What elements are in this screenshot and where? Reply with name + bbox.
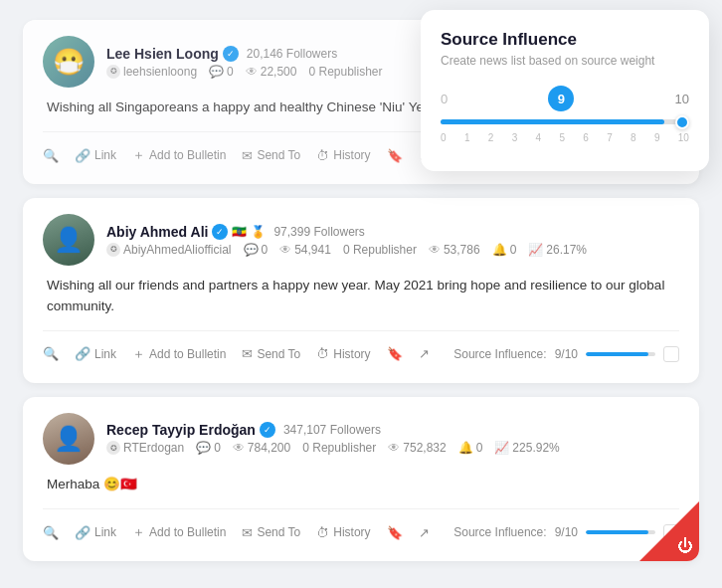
- user-name-abiy: Abiy Ahmed Ali: [106, 224, 208, 240]
- handle-icon-abiy: ✪: [106, 243, 120, 257]
- send-btn-lee[interactable]: ✉ Send To: [242, 144, 300, 167]
- republisher-recep: 0 Republisher: [302, 441, 376, 455]
- slider-min-label: 0: [441, 92, 448, 106]
- card-text-recep: Merhaba 😊🇹🇷: [43, 475, 679, 494]
- history-icon-abiy: ⏱: [316, 346, 329, 361]
- send-btn-recep[interactable]: ✉ Send To: [242, 521, 300, 544]
- history-btn-lee[interactable]: ⏱ History: [316, 144, 370, 167]
- stat-views-recep: 👁 784,200: [233, 441, 290, 455]
- handle-icon-recep: ✪: [106, 441, 120, 455]
- bulletin-icon-lee: ＋: [132, 146, 145, 164]
- influence-bar-abiy: [586, 352, 655, 356]
- verified-icon-abiy: ✓: [212, 224, 228, 240]
- bulletin-icon-recep: ＋: [132, 523, 145, 541]
- slider-ticks: 0 1 2 3 4 5 6 7 8 9 10: [441, 132, 689, 143]
- search-icon-recep: 🔍: [43, 525, 59, 540]
- republisher-lee: 0 Republisher: [308, 65, 382, 79]
- handle-abiy: ✪ AbiyAhmedAliofficial: [106, 243, 232, 257]
- link-icon-lee: 🔗: [75, 148, 90, 163]
- share-icon-abiy: ↗: [419, 346, 430, 361]
- link-btn-abiy[interactable]: 🔗 Link: [75, 342, 116, 365]
- search-btn-abiy[interactable]: 🔍: [43, 342, 59, 365]
- history-btn-abiy[interactable]: ⏱ History: [316, 342, 370, 365]
- card-actions-recep: 🔍 🔗 Link ＋ Add to Bulletin ✉ Send To ⏱ H…: [43, 508, 679, 545]
- card-header-recep: 👤 Recep Tayyip Erdoğan ✓ 347,107 Followe…: [43, 413, 679, 465]
- avatar-lee: 😷: [43, 36, 94, 88]
- stat-pct-recep: 📈 225.92%: [494, 441, 559, 455]
- bookmark-btn-recep[interactable]: 🔖: [387, 521, 403, 544]
- popup-title: Source Influence: [441, 30, 689, 50]
- power-icon: ⏻: [677, 537, 693, 555]
- source-influence-popup: Source Influence Create news list based …: [421, 10, 709, 171]
- send-icon-lee: ✉: [242, 148, 253, 163]
- link-btn-recep[interactable]: 🔗 Link: [75, 521, 116, 544]
- bulletin-btn-recep[interactable]: ＋ Add to Bulletin: [132, 519, 226, 545]
- search-icon-lee: 🔍: [43, 148, 59, 163]
- handle-row-recep: ✪ RTErdogan 💬 0 👁 784,200 0 Republisher …: [106, 441, 679, 455]
- bulletin-btn-lee[interactable]: ＋ Add to Bulletin: [132, 142, 226, 168]
- card-text-abiy: Wishing all our friends and partners a h…: [43, 276, 679, 316]
- send-btn-abiy[interactable]: ✉ Send To: [242, 342, 300, 365]
- handle-lee: ✪ leehsienloong: [106, 65, 197, 79]
- search-icon-abiy: 🔍: [43, 346, 59, 361]
- card-recep: 👤 Recep Tayyip Erdoğan ✓ 347,107 Followe…: [23, 397, 699, 561]
- link-icon-abiy: 🔗: [75, 346, 90, 361]
- handle-recep: ✪ RTErdogan: [106, 441, 184, 455]
- share-btn-recep[interactable]: ↗: [419, 521, 430, 544]
- stat-views2-recep: 👁 752,832: [388, 441, 446, 455]
- stat-comments-recep: 💬 0: [196, 441, 221, 455]
- stat-extra-recep: 🔔 0: [458, 441, 483, 455]
- followers-recep: 347,107 Followers: [283, 423, 381, 437]
- handle-icon-lee: ✪: [106, 65, 120, 79]
- avatar-recep: 👤: [43, 413, 94, 465]
- corner-badge: ⏻: [639, 501, 699, 561]
- send-icon-recep: ✉: [242, 525, 253, 540]
- history-icon-recep: ⏱: [316, 525, 329, 540]
- stat-pct-abiy: 📈 26.17%: [528, 243, 587, 257]
- source-influence-abiy: Source Influence: 9/10: [453, 346, 679, 362]
- user-name-recep: Recep Tayyip Erdoğan: [106, 422, 256, 438]
- user-info-abiy: Abiy Ahmed Ali ✓ 🇪🇹 🏅 97,399 Followers ✪…: [106, 224, 679, 257]
- verified-icon-recep: ✓: [260, 422, 275, 438]
- avatar-abiy: 👤: [43, 214, 94, 266]
- search-btn-recep[interactable]: 🔍: [43, 521, 59, 544]
- slider-current-label: 9: [548, 86, 574, 111]
- stat-views2-abiy: 👁 53,786: [429, 243, 480, 257]
- bookmark-btn-abiy[interactable]: 🔖: [387, 342, 403, 365]
- medal-abiy: 🏅: [251, 225, 266, 239]
- checkbox-abiy[interactable]: [663, 346, 679, 362]
- link-btn-lee[interactable]: 🔗 Link: [75, 144, 116, 167]
- bookmark-icon-abiy: 🔖: [387, 346, 403, 361]
- slider-track[interactable]: [441, 119, 689, 124]
- slider-thumb[interactable]: [675, 115, 689, 129]
- share-btn-abiy[interactable]: ↗: [419, 342, 430, 365]
- bulletin-btn-abiy[interactable]: ＋ Add to Bulletin: [132, 341, 226, 367]
- history-icon-lee: ⏱: [316, 148, 329, 163]
- stat-comments-abiy: 💬 0: [244, 243, 269, 257]
- followers-abiy: 97,399 Followers: [273, 225, 364, 239]
- name-row-abiy: Abiy Ahmed Ali ✓ 🇪🇹 🏅 97,399 Followers: [106, 224, 679, 240]
- history-btn-recep[interactable]: ⏱ History: [316, 521, 370, 544]
- send-icon-abiy: ✉: [242, 346, 253, 361]
- slider-labels: 0 9 10: [441, 86, 689, 111]
- bookmark-btn-lee[interactable]: 🔖: [387, 144, 403, 167]
- card-abiy: 👤 Abiy Ahmed Ali ✓ 🇪🇹 🏅 97,399 Followers…: [23, 198, 699, 383]
- flag-abiy: 🇪🇹: [232, 225, 247, 239]
- share-icon-recep: ↗: [419, 525, 430, 540]
- slider-area[interactable]: 0 9 10 0 1 2 3 4 5 6 7 8 9 10: [441, 86, 689, 143]
- followers-lee: 20,146 Followers: [247, 47, 337, 61]
- popup-subtitle: Create news list based on source weight: [441, 54, 689, 68]
- link-icon-recep: 🔗: [75, 525, 90, 540]
- stat-extra-abiy: 🔔 0: [492, 243, 517, 257]
- user-name-lee: Lee Hsien Loong: [106, 46, 219, 62]
- stat-views-abiy: 👁 54,941: [279, 243, 331, 257]
- search-btn-lee[interactable]: 🔍: [43, 144, 59, 167]
- bookmark-icon-lee: 🔖: [387, 148, 403, 163]
- handle-row-abiy: ✪ AbiyAhmedAliofficial 💬 0 👁 54,941 0 Re…: [106, 243, 679, 257]
- card-actions-abiy: 🔍 🔗 Link ＋ Add to Bulletin ✉ Send To ⏱ H…: [43, 330, 679, 367]
- bulletin-icon-abiy: ＋: [132, 345, 145, 363]
- user-info-recep: Recep Tayyip Erdoğan ✓ 347,107 Followers…: [106, 422, 679, 455]
- verified-icon-lee: ✓: [223, 46, 239, 62]
- influence-fill-abiy: [586, 352, 648, 356]
- slider-max-label: 10: [675, 92, 689, 106]
